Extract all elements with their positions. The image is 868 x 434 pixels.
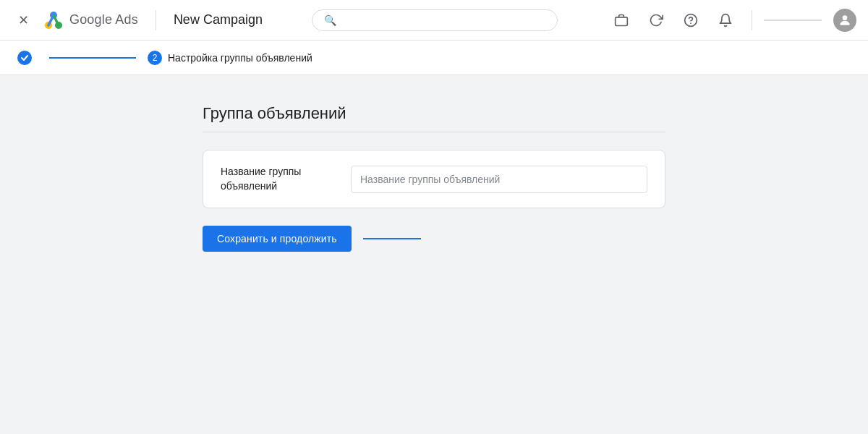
section-title: Группа объявлений (203, 104, 665, 123)
progress-bar: 2 Настройка группы объявлений (0, 41, 868, 75)
avatar[interactable] (833, 9, 856, 32)
header-divider-2 (752, 10, 752, 30)
save-continue-button[interactable]: Сохранить и продолжить (203, 226, 352, 252)
close-icon: ✕ (18, 12, 29, 28)
step-2-label: Настройка группы объявлений (168, 52, 312, 64)
avatar-icon (838, 13, 852, 27)
briefcase-icon (614, 13, 629, 27)
google-ads-logo-icon (43, 10, 64, 30)
google-ads-logo: Google Ads (43, 10, 138, 30)
search-icon: 🔍 (324, 14, 336, 26)
button-underline-decoration (363, 238, 421, 239)
header-search-area: 🔍 (263, 9, 607, 31)
refresh-button[interactable] (642, 6, 671, 35)
search-box[interactable]: 🔍 (312, 9, 558, 31)
step-line-1 (49, 57, 136, 59)
header-left: ✕ Google Ads New Campaign (12, 9, 263, 32)
step-1 (17, 51, 148, 65)
checkmark-icon (20, 54, 29, 62)
app-name: Google Ads (69, 12, 138, 27)
section-divider (203, 132, 665, 132)
help-icon (684, 13, 698, 27)
ad-group-name-input[interactable] (351, 166, 647, 193)
app-header: ✕ Google Ads New Campaign 🔍 (0, 0, 868, 41)
briefcase-button[interactable] (607, 6, 636, 35)
help-button[interactable] (676, 6, 705, 35)
step-2: 2 Настройка группы объявлений (148, 51, 312, 65)
notifications-button[interactable] (711, 6, 740, 35)
step-1-check (17, 51, 32, 65)
header-divider-1 (156, 10, 156, 30)
bell-icon (718, 13, 733, 27)
section-container: Группа объявлений Название группы объявл… (203, 104, 665, 252)
main-content: Группа объявлений Название группы объявл… (0, 75, 868, 281)
svg-point-8 (843, 15, 848, 20)
campaign-title: New Campaign (174, 12, 263, 27)
search-input[interactable] (342, 14, 545, 26)
step-2-number: 2 (148, 51, 162, 65)
form-field (351, 166, 647, 193)
form-label: Название группы объявлений (221, 165, 351, 193)
header-actions (607, 6, 856, 35)
form-card: Название группы объявлений (203, 150, 665, 208)
refresh-icon (649, 13, 663, 27)
svg-rect-5 (616, 17, 628, 25)
close-button[interactable]: ✕ (12, 9, 35, 32)
button-row: Сохранить и продолжить (203, 226, 665, 252)
account-line (764, 20, 822, 21)
form-row: Название группы объявлений (203, 150, 665, 208)
